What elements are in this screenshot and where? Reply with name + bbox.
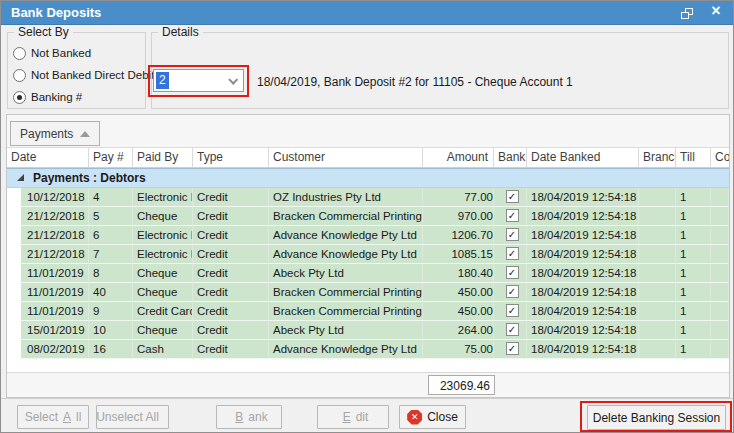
- table-row[interactable]: 10/12/2018 4 Electronic Fu Credit OZ Ind…: [7, 188, 729, 207]
- cell-till: 1: [676, 188, 711, 207]
- column-header-till[interactable]: Till: [676, 148, 711, 167]
- cell-till: 1: [676, 302, 711, 321]
- row-indent: [7, 340, 21, 359]
- cell-amount: 77.00: [423, 188, 494, 207]
- cell-datebanked: 18/04/2019 12:54:18: [527, 321, 639, 340]
- cell-branch: [639, 264, 676, 283]
- cell-till: 1: [676, 340, 711, 359]
- table-row[interactable]: 21/12/2018 6 Electronic Fu Credit Advanc…: [7, 226, 729, 245]
- cell-bank: [494, 283, 527, 302]
- sort-ascending-icon: [80, 131, 90, 137]
- cell-co: [711, 245, 729, 264]
- grid-rows: 10/12/2018 4 Electronic Fu Credit OZ Ind…: [7, 188, 729, 359]
- cell-till: 1: [676, 321, 711, 340]
- column-header-amount[interactable]: Amount: [423, 148, 494, 167]
- bank-button[interactable]: Bank: [216, 405, 282, 429]
- table-row[interactable]: 21/12/2018 7 Electronic Fu Credit Advanc…: [7, 245, 729, 264]
- column-header-pay[interactable]: Pay #: [89, 148, 133, 167]
- table-row[interactable]: 21/12/2018 5 Cheque Credit Bracken Comme…: [7, 207, 729, 226]
- grouped-column-button[interactable]: Payments: [10, 121, 100, 146]
- close-icon[interactable]: [709, 2, 723, 20]
- banking-number-combobox[interactable]: 2: [153, 69, 244, 92]
- column-header-customer[interactable]: Customer: [269, 148, 423, 167]
- radio-option[interactable]: Not Banked Direct Debit: [8, 64, 145, 86]
- bank-checkbox[interactable]: [506, 304, 519, 317]
- bank-checkbox[interactable]: [506, 190, 519, 203]
- cell-date: 11/01/2019: [21, 302, 89, 321]
- cell-date: 15/01/2019: [21, 321, 89, 340]
- delete-banking-session-button[interactable]: Delete Banking Session: [587, 405, 726, 430]
- column-header-date[interactable]: Date: [7, 148, 89, 167]
- radio-icon[interactable]: [13, 91, 26, 104]
- bank-checkbox[interactable]: [506, 323, 519, 336]
- cell-paidby: Electronic Fu: [133, 226, 193, 245]
- cell-pay: 40: [89, 283, 133, 302]
- column-header-co[interactable]: Co: [711, 148, 729, 167]
- cell-bank: [494, 321, 527, 340]
- cell-amount: 450.00: [423, 302, 494, 321]
- cell-customer: Bracken Commercial Printing: [269, 302, 423, 321]
- group-row-payments-debtors[interactable]: Payments : Debtors: [7, 168, 729, 188]
- bank-checkbox[interactable]: [506, 342, 519, 355]
- radio-option[interactable]: Banking #: [8, 86, 145, 108]
- cell-type: Credit: [193, 283, 269, 302]
- restore-icon[interactable]: [681, 8, 693, 19]
- select-by-label: Select By: [14, 25, 73, 39]
- cell-amount: 1206.70: [423, 226, 494, 245]
- cell-branch: [639, 245, 676, 264]
- cell-datebanked: 18/04/2019 12:54:18: [527, 188, 639, 207]
- column-header-datebanked[interactable]: Date Banked: [527, 148, 639, 167]
- cell-branch: [639, 226, 676, 245]
- column-header-paidby[interactable]: Paid By: [133, 148, 193, 167]
- chevron-down-icon[interactable]: [228, 75, 238, 85]
- table-row[interactable]: 11/01/2019 9 Credit Card Credit Bracken …: [7, 302, 729, 321]
- banking-number-value: 2: [156, 72, 169, 89]
- cell-branch: [639, 188, 676, 207]
- table-row[interactable]: 08/02/2019 16 Cash Credit Advance Knowle…: [7, 340, 729, 359]
- cell-type: Credit: [193, 207, 269, 226]
- bank-checkbox[interactable]: [506, 247, 519, 260]
- cell-amount: 75.00: [423, 340, 494, 359]
- column-header-branch[interactable]: Branch: [639, 148, 676, 167]
- group-expanded-icon[interactable]: [17, 174, 24, 181]
- cell-co: [711, 207, 729, 226]
- cell-date: 21/12/2018: [21, 245, 89, 264]
- table-row[interactable]: 11/01/2019 40 Cheque Credit Bracken Comm…: [7, 283, 729, 302]
- cell-branch: [639, 340, 676, 359]
- bank-checkbox[interactable]: [506, 285, 519, 298]
- cell-bank: [494, 302, 527, 321]
- close-button[interactable]: Close: [399, 405, 466, 429]
- bank-checkbox[interactable]: [506, 209, 519, 222]
- cell-paidby: Electronic Fu: [133, 188, 193, 207]
- bank-checkbox[interactable]: [506, 228, 519, 241]
- radio-icon[interactable]: [13, 69, 26, 82]
- cell-datebanked: 18/04/2019 12:54:18: [527, 264, 639, 283]
- unselect-all-button[interactable]: Unselect All: [96, 405, 169, 429]
- column-header-type[interactable]: Type: [193, 148, 269, 167]
- row-indent: [7, 207, 21, 226]
- cell-bank: [494, 245, 527, 264]
- cell-customer: Bracken Commercial Printing: [269, 283, 423, 302]
- table-row[interactable]: 15/01/2019 10 Cheque Credit Abeck Pty Lt…: [7, 321, 729, 340]
- cell-type: Credit: [193, 340, 269, 359]
- table-row[interactable]: 11/01/2019 8 Cheque Credit Abeck Pty Ltd…: [7, 264, 729, 283]
- cell-type: Credit: [193, 245, 269, 264]
- cell-customer: Advance Knowledge Pty Ltd: [269, 226, 423, 245]
- edit-button[interactable]: Edit: [317, 405, 389, 429]
- cell-pay: 10: [89, 321, 133, 340]
- cell-type: Credit: [193, 302, 269, 321]
- grouped-column-label: Payments: [20, 127, 73, 141]
- radio-option[interactable]: Not Banked: [8, 42, 145, 64]
- column-header-bank[interactable]: Bank: [494, 148, 527, 167]
- cell-type: Credit: [193, 188, 269, 207]
- bank-checkbox[interactable]: [506, 266, 519, 279]
- cell-date: 21/12/2018: [21, 226, 89, 245]
- cell-customer: Abeck Pty Ltd: [269, 264, 423, 283]
- select-all-button[interactable]: Select All: [17, 405, 89, 429]
- cell-pay: 8: [89, 264, 133, 283]
- radio-label: Not Banked Direct Debit: [31, 69, 154, 81]
- cell-pay: 9: [89, 302, 133, 321]
- radio-icon[interactable]: [13, 47, 26, 60]
- group-by-panel: Payments: [7, 115, 729, 148]
- cell-datebanked: 18/04/2019 12:54:18: [527, 302, 639, 321]
